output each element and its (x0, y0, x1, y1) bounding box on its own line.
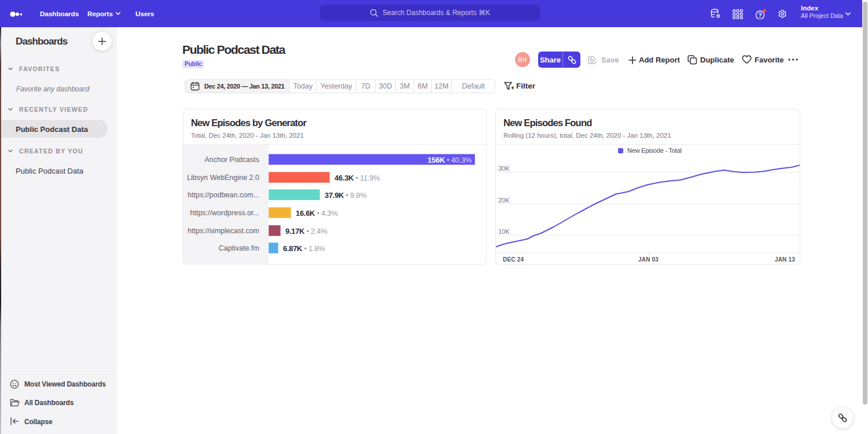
svg-text:?: ? (758, 12, 762, 19)
